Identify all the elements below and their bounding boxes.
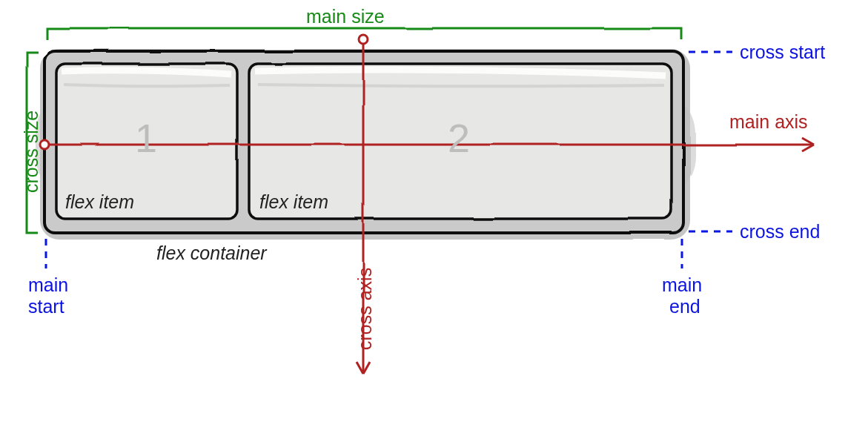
svg-point-8 [359,35,368,44]
flex-item-label-1: flex item [65,191,134,213]
main-start-label-1: main [28,274,68,296]
cross-start-label: cross start [740,42,825,63]
main-size-label: main size [306,6,385,27]
cross-axis-label: cross axis [354,268,376,350]
item-number-2: 2 [448,115,470,161]
cross-end-label: cross end [740,221,820,243]
flex-container-label: flex container [156,243,267,264]
cross-size-label: cross size [21,111,42,193]
main-axis-label: main axis [729,111,808,133]
main-end-label-2: end [669,296,700,317]
flex-item-label-2: flex item [259,191,328,213]
diagram-canvas [0,0,868,445]
main-end-label-1: main [662,274,702,296]
main-start-label-2: start [28,296,64,317]
item-number-1: 1 [135,115,157,161]
